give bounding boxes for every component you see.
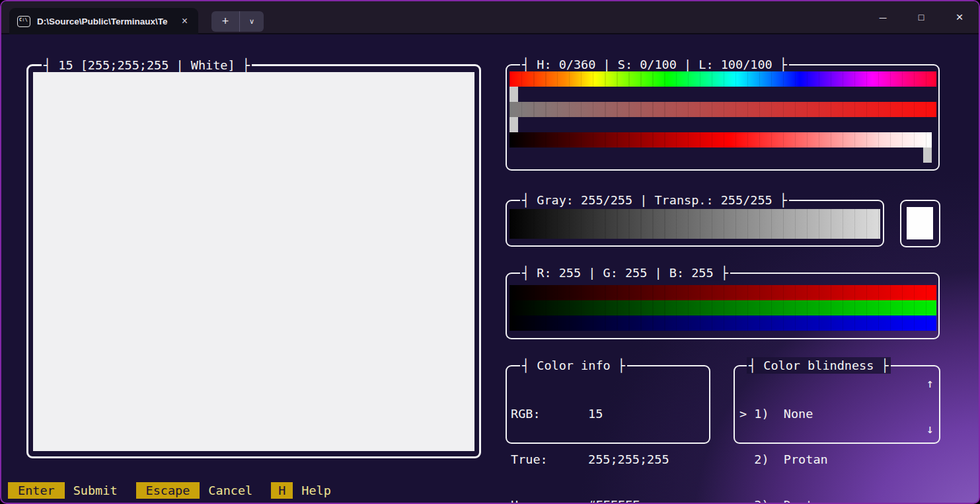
hsl-title: ┤ H: 0/360 | S: 0/100 | L: 100/100 ├ xyxy=(520,56,789,73)
scroll-down-icon[interactable]: ↓ xyxy=(926,421,934,437)
key-badge-escape[interactable]: Escape xyxy=(136,482,200,499)
tab[interactable]: C:\ D:\Source\Public\Terminaux\Te × xyxy=(9,8,198,34)
lightness-slider-handle[interactable] xyxy=(923,147,932,163)
window-frame: C:\ D:\Source\Public\Terminaux\Te × + ∨ … xyxy=(0,0,980,504)
hue-bar[interactable] xyxy=(509,71,936,87)
rgb-title: ┤ R: 255 | G: 255 | B: 255 ├ xyxy=(520,265,730,281)
minimize-icon: ─ xyxy=(880,12,887,23)
gray-transparency-box: ┤ Gray: 255/255 | Transp.: 255/255 ├ xyxy=(506,200,884,247)
rgb-box: ┤ R: 255 | G: 255 | B: 255 ├ xyxy=(506,273,940,339)
blue-bar[interactable] xyxy=(509,315,936,331)
color-swatch xyxy=(907,207,933,239)
info-row-true: True:255;255;255 xyxy=(511,452,706,467)
key-badge-help[interactable]: H xyxy=(271,482,293,499)
chevron-down-icon: ∨ xyxy=(249,17,254,26)
key-label-cancel: Cancel xyxy=(208,483,252,498)
maximize-icon: □ xyxy=(919,12,924,22)
blindness-item-deutan[interactable]: 3) Deutan xyxy=(739,497,828,504)
key-label-submit: Submit xyxy=(73,483,118,498)
titlebar: C:\ D:\Source\Public\Terminaux\Te × + ∨ … xyxy=(1,1,979,34)
color-blindness-title: ┤ Color blindness ├ xyxy=(747,357,891,374)
color-preview-box: ┤ 15 [255;255;255 | White] ├ xyxy=(26,64,481,458)
color-info-title: ┤ Color info ├ xyxy=(520,357,627,374)
color-info-box: ┤ Color info ├ RGB:15 True:255;255;255 H… xyxy=(506,365,710,444)
info-row-rgb: RGB:15 xyxy=(511,406,706,421)
close-icon: × xyxy=(956,10,963,24)
gray-transparency-title: ┤ Gray: 255/255 | Transp.: 255/255 ├ xyxy=(520,192,789,208)
color-blindness-box: ┤ Color blindness ├ > 1) None 2) Protan … xyxy=(734,365,940,444)
hsl-box: ┤ H: 0/360 | S: 0/100 | L: 100/100 ├ xyxy=(506,64,940,171)
minimize-button[interactable]: ─ xyxy=(864,1,902,33)
new-tab-button[interactable]: + xyxy=(211,11,239,32)
color-preview-title: ┤ 15 [255;255;255 | White] ├ xyxy=(42,57,252,73)
saturation-slider-handle[interactable] xyxy=(509,117,518,132)
close-button[interactable]: × xyxy=(940,1,979,33)
gray-bar[interactable] xyxy=(509,209,880,239)
green-bar[interactable] xyxy=(509,300,936,315)
scroll-up-icon[interactable]: ↑ xyxy=(926,376,934,391)
keybindings-bar: Enter Submit Escape Cancel H Help xyxy=(8,482,350,499)
blindness-item-none[interactable]: > 1) None xyxy=(739,406,828,421)
key-label-help: Help xyxy=(301,483,331,498)
terminal-icon: C:\ xyxy=(17,16,30,27)
maximize-button[interactable]: □ xyxy=(902,1,940,33)
key-badge-enter[interactable]: Enter xyxy=(8,482,65,499)
tab-dropdown-button[interactable]: ∨ xyxy=(239,11,264,32)
tab-title: D:\Source\Public\Terminaux\Te xyxy=(37,17,173,26)
hue-slider-handle[interactable] xyxy=(509,87,518,102)
saturation-bar[interactable] xyxy=(509,102,936,117)
blindness-item-protan[interactable]: 2) Protan xyxy=(739,452,828,467)
lightness-bar[interactable] xyxy=(509,132,932,147)
tab-close-icon[interactable]: × xyxy=(179,15,190,28)
red-bar[interactable] xyxy=(509,285,936,300)
color-preview-fill xyxy=(33,72,474,451)
info-row-hex: Hex:#FFFFFF xyxy=(511,497,706,504)
plus-icon: + xyxy=(222,15,229,28)
swatch-box xyxy=(900,200,940,247)
